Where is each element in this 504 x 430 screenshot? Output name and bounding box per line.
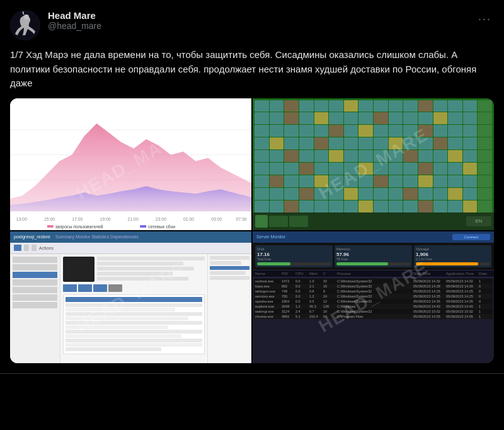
user-info: Head Mare @head_mare <box>48 10 468 31</box>
svg-text:сетевые сбои: сетевые сбои <box>148 224 175 228</box>
username[interactable]: @head_mare <box>48 21 468 31</box>
desktop-image[interactable]: EN HEAD_MARE <box>253 98 494 230</box>
dashboard-image[interactable]: postgresql_restore Summary Monitor Stati… <box>10 231 251 363</box>
svg-text:13:00: 13:00 <box>16 217 27 221</box>
more-options-button[interactable]: ··· <box>476 10 494 28</box>
svg-point-1 <box>24 15 29 20</box>
images-grid: 13:00 15:00 17:00 19:00 21:00 23:00 01:0… <box>10 98 494 363</box>
server-stats-image[interactable]: Server Monitor Connect Disk 17.16 Total … <box>253 231 494 363</box>
svg-text:запросы пользователей: запросы пользователей <box>55 224 103 229</box>
svg-text:23:00: 23:00 <box>156 217 166 221</box>
svg-text:21:00: 21:00 <box>128 217 139 221</box>
svg-text:19:00: 19:00 <box>100 217 110 221</box>
svg-text:07:30: 07:30 <box>236 217 246 221</box>
chart-image[interactable]: 13:00 15:00 17:00 19:00 21:00 23:00 01:0… <box>10 98 251 230</box>
avatar[interactable] <box>10 10 40 40</box>
tweet-text: 1/7 Хэд Марэ не дала времени на то, чтоб… <box>10 48 494 91</box>
svg-text:01:00: 01:00 <box>183 217 194 221</box>
svg-text:15:00: 15:00 <box>44 217 55 221</box>
svg-rect-18 <box>140 225 146 228</box>
display-name[interactable]: Head Mare <box>48 10 468 21</box>
tweet-card: Head Mare @head_mare ··· 1/7 Хэд Марэ не… <box>0 0 504 374</box>
svg-text:03:00: 03:00 <box>211 217 222 221</box>
svg-text:17:00: 17:00 <box>72 217 83 221</box>
svg-rect-16 <box>47 225 54 228</box>
tweet-header: Head Mare @head_mare ··· <box>10 10 494 40</box>
